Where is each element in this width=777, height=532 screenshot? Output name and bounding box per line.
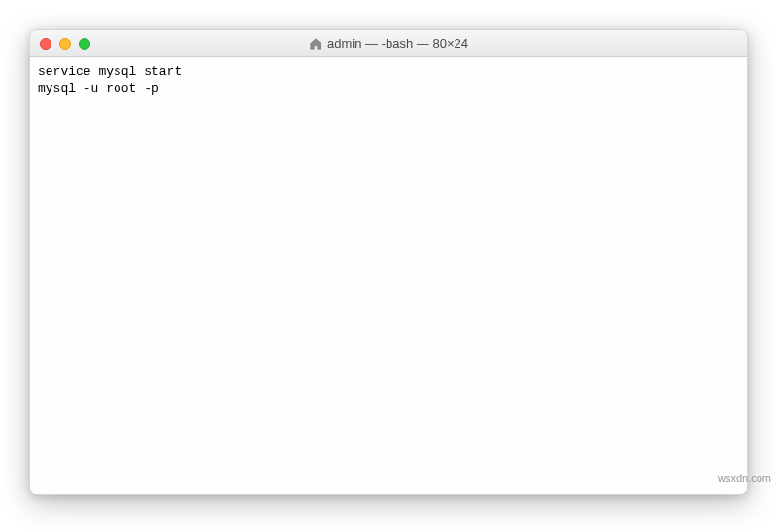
terminal-window: admin — -bash — 80×24 service mysql star… xyxy=(29,29,748,495)
home-icon xyxy=(309,37,322,50)
window-title-wrap: admin — -bash — 80×24 xyxy=(30,36,747,50)
terminal-line: mysql -u root -p xyxy=(38,82,159,96)
window-title: admin — -bash — 80×24 xyxy=(327,36,468,50)
close-button[interactable] xyxy=(40,38,51,50)
terminal-line: service mysql start xyxy=(38,64,182,79)
terminal-body[interactable]: service mysql start mysql -u root -p xyxy=(30,57,747,494)
title-bar[interactable]: admin — -bash — 80×24 xyxy=(30,30,747,57)
window-controls xyxy=(40,38,90,50)
watermark: wsxdn.com xyxy=(718,472,771,483)
maximize-button[interactable] xyxy=(79,38,90,50)
minimize-button[interactable] xyxy=(59,38,71,50)
